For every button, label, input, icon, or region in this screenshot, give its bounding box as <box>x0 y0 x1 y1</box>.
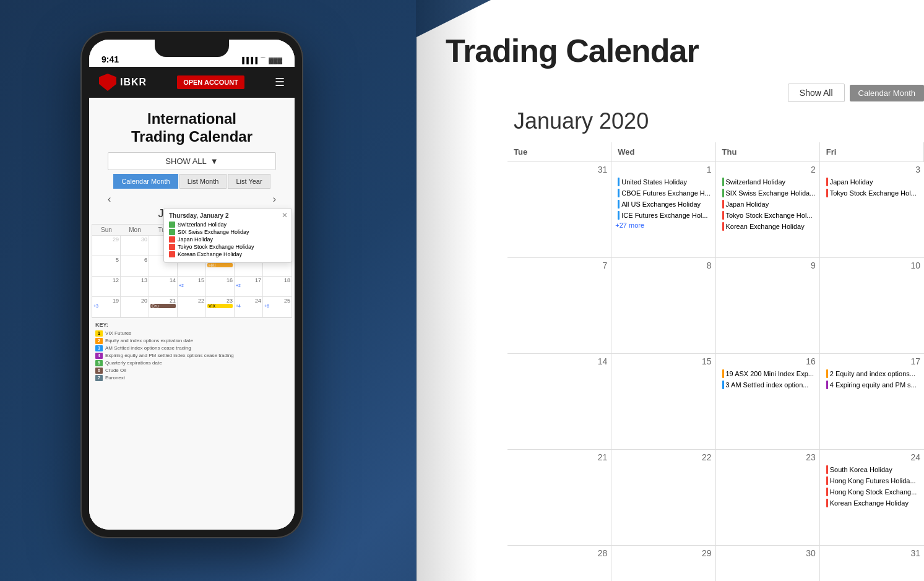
cal-cell-31[interactable]: 31 <box>820 546 924 581</box>
cal-cell-21[interactable]: 21 <box>507 450 611 546</box>
event-label: 4 Expiring equity and PM s... <box>830 381 917 389</box>
event-color-dot <box>826 465 828 474</box>
cal-cell-dec29[interactable]: 29 <box>92 236 121 256</box>
date-number: 31 <box>511 165 607 174</box>
date-number: 2 <box>720 165 816 174</box>
cal-event: 4 Expiring equity and PM s... <box>824 380 920 390</box>
popup-event-label: Tokyo Stock Exchange Holiday <box>178 244 254 250</box>
tab-list-year[interactable]: List Year <box>228 174 270 189</box>
key-title: KEY: <box>95 322 288 328</box>
cal-cell-14[interactable]: 14 <box>507 354 611 450</box>
event-label: Korean Exchange Holiday <box>830 499 909 507</box>
cal-cell-2[interactable]: 2 Switzerland Holiday SIX Swiss Exchange… <box>716 162 820 258</box>
cal-cell-23[interactable]: 23 <box>716 450 820 546</box>
cal-cell-10[interactable]: 10 <box>820 258 924 354</box>
cal-event: Hong Kong Futures Holida... <box>824 476 920 486</box>
cal-cell-15b[interactable]: 15 +2 <box>178 277 206 296</box>
cal-cell-8[interactable]: 8 <box>611 258 715 354</box>
phone-navbar: IBKR OPEN ACCOUNT ☰ <box>89 67 295 98</box>
cal-cell-22b[interactable]: 22 <box>178 297 206 317</box>
more-events-link[interactable]: +27 more <box>615 222 711 229</box>
popup-event-dot <box>169 229 175 235</box>
show-all-button[interactable]: Show All <box>788 84 845 102</box>
key-badge-2: 2 <box>95 338 103 344</box>
cal-cell-24b[interactable]: 24 +4 <box>235 297 263 317</box>
phone-screen: 9:41 ▐▐▐▐ ⌒ ▓▓▓ IBKR OPEN ACCOUNT ☰ Inte… <box>89 40 295 530</box>
cal-cell-17[interactable]: 17 2 Equity and index options... 4 Expir… <box>820 354 924 450</box>
cal-cell-30[interactable]: 30 <box>716 546 820 581</box>
date-25: 25 <box>264 298 290 304</box>
date-number: 23 <box>720 452 816 462</box>
hamburger-icon[interactable]: ☰ <box>275 75 285 89</box>
date-24: 24 <box>236 298 261 304</box>
event-label: Hong Kong Futures Holida... <box>830 477 916 484</box>
cal-cell-7[interactable]: 7 <box>507 258 611 354</box>
cal-cell-19[interactable]: 19 +3 <box>92 297 121 317</box>
cal-event: Tokyo Stock Exchange Hol... <box>720 210 816 220</box>
cal-cell-16[interactable]: 16 19 ASX 200 Mini Index Exp... 3 AM Set… <box>716 354 820 450</box>
date-number: 9 <box>720 260 816 270</box>
cal-cell-3[interactable]: 3 Japan Holiday Tokyo Stock Exchange Hol… <box>820 162 924 258</box>
cal-cell-23b[interactable]: 23 VIX <box>206 297 235 317</box>
cal-cell-17b[interactable]: 17 +2 <box>235 277 263 296</box>
date-13: 13 <box>122 278 147 283</box>
cal-week-3: 12 13 14 15 +2 16 <box>92 277 291 297</box>
battery-icon: ▓▓▓ <box>269 57 282 64</box>
cal-cell-1[interactable]: 1 United States Holiday CBOE Futures Exc… <box>611 162 715 258</box>
open-account-button[interactable]: OPEN ACCOUNT <box>177 75 244 89</box>
cal-cell-18[interactable]: 18 <box>263 277 291 296</box>
cal-cell-9[interactable]: 9 <box>716 258 820 354</box>
event-color-dot <box>618 200 620 209</box>
cal-week-4: 19 +3 20 21 Cru 22 <box>92 297 291 317</box>
prev-month-arrow[interactable]: ‹ <box>108 194 111 205</box>
cal-event: 19 ASX 200 Mini Index Exp... <box>720 369 816 379</box>
cal-cell-dec30[interactable]: 30 <box>121 236 149 256</box>
key-badge-5: 5 <box>95 360 103 366</box>
event-chip-vix: VIX <box>207 304 233 308</box>
cal-cell-5[interactable]: 5 <box>92 256 121 276</box>
event-color-dot <box>722 178 724 186</box>
cal-cell-25[interactable]: 25 +6 <box>263 297 291 317</box>
cal-cell-20[interactable]: 20 <box>121 297 149 317</box>
key-badge-1: 1 <box>95 330 103 337</box>
cal-cell-13[interactable]: 13 <box>121 277 149 296</box>
cal-cell-29[interactable]: 29 <box>611 546 715 581</box>
popup-event-5: Korean Exchange Holiday <box>169 251 287 257</box>
popup-close-button[interactable]: ✕ <box>282 211 288 220</box>
date-number: 8 <box>615 260 711 270</box>
day-sun: Sun <box>92 225 121 235</box>
cal-event: All US Exchanges Holiday <box>615 199 711 209</box>
date-number: 21 <box>511 452 607 462</box>
cal-cell-28[interactable]: 28 <box>507 546 611 581</box>
cal-event: Japan Holiday <box>824 177 920 187</box>
date-5: 5 <box>93 257 119 263</box>
cal-event: 2 Equity and index options... <box>824 369 920 379</box>
cal-cell-21b[interactable]: 21 Cru <box>149 297 178 317</box>
event-color-dot <box>826 488 828 496</box>
phone-nav-arrows: ‹ › <box>89 192 295 206</box>
phone-key-section: KEY: 1 VIX Futures 2 Equity and index op… <box>89 318 295 386</box>
status-icons: ▐▐▐▐ ⌒ ▓▓▓ <box>240 56 282 64</box>
cal-event: South Korea Holiday <box>824 465 920 475</box>
popup-event-label: Switzerland Holiday <box>178 222 227 228</box>
cal-event: 3 AM Settled index option... <box>720 380 816 390</box>
cal-cell-6[interactable]: 6 <box>121 256 149 276</box>
next-month-arrow[interactable]: › <box>273 194 276 205</box>
key-label-6: Crude Oil <box>105 368 126 373</box>
phone-show-all-button[interactable]: SHOW ALL ▼ <box>108 152 276 170</box>
calendar-body: 31 1 United States Holiday CBOE Futures … <box>507 162 924 581</box>
cal-cell-22[interactable]: 22 <box>611 450 715 546</box>
ibkr-shield-icon <box>99 74 116 91</box>
cal-cell-12[interactable]: 12 <box>92 277 121 296</box>
calendar-month-button[interactable]: Calendar Month <box>850 85 925 101</box>
cal-cell-14[interactable]: 14 <box>149 277 178 296</box>
cal-cell-15[interactable]: 15 <box>611 354 715 450</box>
tab-list-month[interactable]: List Month <box>179 174 227 189</box>
tab-calendar-month[interactable]: Calendar Month <box>113 174 178 189</box>
key-item-3: 3 AM Settled index options cease trading <box>95 345 288 351</box>
cal-cell-31-prev[interactable]: 31 <box>507 162 611 258</box>
cal-cell-16b[interactable]: 16 <box>206 277 235 296</box>
cal-event: Switzerland Holiday <box>720 177 816 187</box>
key-label-4: Expiring equity and PM settled index opt… <box>105 353 234 358</box>
cal-cell-24[interactable]: 24 South Korea Holiday Hong Kong Futures… <box>820 450 924 546</box>
